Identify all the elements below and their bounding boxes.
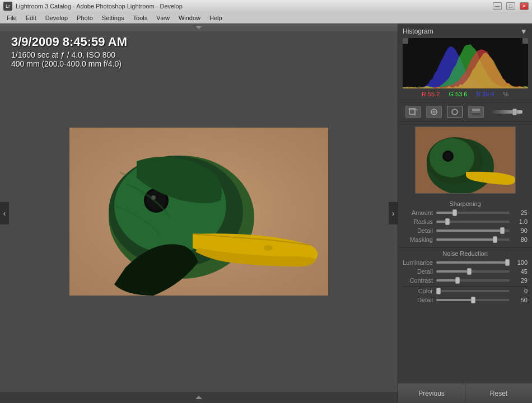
- bottom-tab-arrow-icon: [195, 396, 202, 399]
- image-exposure: 1/1600 sec at ƒ / 4.0, ISO 800: [11, 50, 127, 59]
- svg-point-16: [453, 110, 456, 114]
- detail-sharp-value: 90: [512, 227, 528, 234]
- detail-sharp-label: Detail: [403, 227, 436, 234]
- menu-help[interactable]: Help: [205, 13, 227, 22]
- menu-view[interactable]: View: [152, 13, 174, 22]
- duck-image: [69, 128, 328, 296]
- bottom-buttons: Previous Reset: [398, 383, 532, 403]
- image-datetime: 3/9/2009 8:45:59 AM: [11, 35, 127, 49]
- luminance-value: 100: [512, 259, 528, 266]
- svg-point-8: [264, 245, 273, 251]
- top-tab-arrow-icon: [195, 26, 202, 29]
- radius-row: Radius 1.0: [403, 218, 528, 225]
- histogram-title: Histogram: [403, 27, 433, 35]
- noise-detail-value: 45: [512, 268, 528, 275]
- image-lens: 400 mm (200.0-400.0 mm f/4.0): [11, 59, 127, 68]
- color-slider[interactable]: [436, 290, 510, 292]
- svg-rect-17: [472, 109, 480, 111]
- menu-tools[interactable]: Tools: [129, 13, 152, 22]
- masking-value: 80: [512, 236, 528, 243]
- luminance-row: Luminance 100: [403, 259, 528, 266]
- noise-divider: [403, 286, 528, 287]
- contrast-label: Contrast: [403, 277, 436, 284]
- radius-value: 1.0: [512, 218, 528, 225]
- crop-tool[interactable]: [405, 106, 421, 118]
- window-title: Lightroom 3 Catalog - Adobe Photoshop Li…: [16, 3, 488, 10]
- amount-row: Amount 25: [403, 209, 528, 216]
- maximize-button[interactable]: □: [506, 2, 515, 10]
- color-detail-value: 50: [512, 297, 528, 303]
- redeye-tool[interactable]: [447, 106, 463, 118]
- rgb-values: R 55.2 G 53.6 B 39.4 %: [400, 88, 530, 100]
- luminance-label: Luminance: [403, 259, 436, 266]
- color-value: 0: [512, 288, 528, 294]
- right-panel: Histogram ▼ R 55.2 G 53.6 B 39.4 %: [398, 24, 532, 403]
- color-label: Color: [403, 288, 436, 294]
- thumbnail-section: [398, 122, 532, 198]
- luminance-slider[interactable]: [436, 261, 510, 264]
- noise-reduction-section: Noise Reduction Luminance 100 Detail 45 …: [398, 247, 532, 308]
- detail-sharp-row: Detail 90: [403, 227, 528, 234]
- contrast-value: 29: [512, 277, 528, 284]
- detail-sharp-slider[interactable]: [436, 229, 510, 232]
- menu-photo[interactable]: Photo: [72, 13, 97, 22]
- exposure-mini-slider[interactable]: [489, 110, 522, 114]
- radius-label: Radius: [403, 218, 436, 225]
- menu-bar: File Edit Develop Photo Settings Tools V…: [0, 12, 532, 24]
- amount-label: Amount: [403, 209, 436, 216]
- tool-row: [398, 102, 532, 122]
- masking-slider[interactable]: [436, 238, 510, 241]
- histogram-canvas: [403, 38, 528, 88]
- masking-row: Masking 80: [403, 236, 528, 243]
- percent-sign: %: [503, 91, 508, 97]
- bottom-filmstrip-tab[interactable]: [0, 392, 398, 403]
- thumbnail-svg: [416, 127, 516, 194]
- previous-button[interactable]: Previous: [398, 383, 465, 403]
- noise-detail-row: Detail 45: [403, 268, 528, 275]
- histogram-collapse-icon[interactable]: ▼: [520, 27, 528, 36]
- exposure-slider-row: [489, 110, 525, 114]
- reset-button[interactable]: Reset: [465, 383, 532, 403]
- radius-slider[interactable]: [436, 221, 510, 223]
- color-detail-slider[interactable]: [436, 299, 510, 301]
- thumbnail-container: [415, 126, 516, 194]
- amount-slider[interactable]: [436, 212, 510, 214]
- noise-title: Noise Reduction: [403, 250, 528, 257]
- b-value: B 39.4: [476, 91, 494, 97]
- svg-point-25: [444, 152, 452, 160]
- menu-develop[interactable]: Develop: [41, 13, 72, 22]
- close-button[interactable]: ✕: [520, 2, 529, 10]
- color-detail-row: Detail 50: [403, 297, 528, 303]
- contrast-row: Contrast 29: [403, 277, 528, 284]
- sharpening-section: Sharpening Amount 25 Radius 1.0 Detail: [398, 198, 532, 247]
- title-bar: Lr Lightroom 3 Catalog - Adobe Photoshop…: [0, 0, 532, 12]
- spot-removal-tool[interactable]: [426, 106, 442, 118]
- main-area: 3/9/2009 8:45:59 AM 1/1600 sec at ƒ / 4.…: [0, 24, 532, 403]
- app-icon: Lr: [3, 2, 12, 11]
- image-info-overlay: 3/9/2009 8:45:59 AM 1/1600 sec at ƒ / 4.…: [11, 35, 127, 68]
- svg-rect-19: [472, 113, 480, 115]
- graduated-filter-tool[interactable]: [468, 106, 484, 118]
- color-row: Color 0: [403, 288, 528, 294]
- left-panel: 3/9/2009 8:45:59 AM 1/1600 sec at ƒ / 4.…: [0, 24, 398, 403]
- masking-label: Masking: [403, 236, 436, 243]
- menu-window[interactable]: Window: [174, 13, 205, 22]
- noise-detail-slider[interactable]: [436, 270, 510, 273]
- color-detail-label: Detail: [403, 297, 436, 303]
- noise-detail-label: Detail: [403, 268, 436, 275]
- g-value: G 53.6: [449, 91, 467, 97]
- histogram-header: Histogram ▼: [400, 26, 530, 38]
- menu-file[interactable]: File: [2, 13, 21, 22]
- top-panel-tab[interactable]: [0, 24, 398, 31]
- menu-settings[interactable]: Settings: [97, 13, 129, 22]
- histogram-section: Histogram ▼ R 55.2 G 53.6 B 39.4 %: [398, 24, 532, 102]
- minimize-button[interactable]: —: [493, 2, 502, 10]
- amount-value: 25: [512, 209, 528, 216]
- menu-edit[interactable]: Edit: [21, 13, 41, 22]
- nav-previous-arrow[interactable]: ‹: [0, 202, 9, 224]
- nav-next-arrow[interactable]: ›: [389, 202, 398, 224]
- contrast-slider[interactable]: [436, 279, 510, 282]
- r-value: R 55.2: [422, 91, 440, 97]
- image-container: [0, 31, 398, 392]
- sharpening-title: Sharpening: [403, 200, 528, 207]
